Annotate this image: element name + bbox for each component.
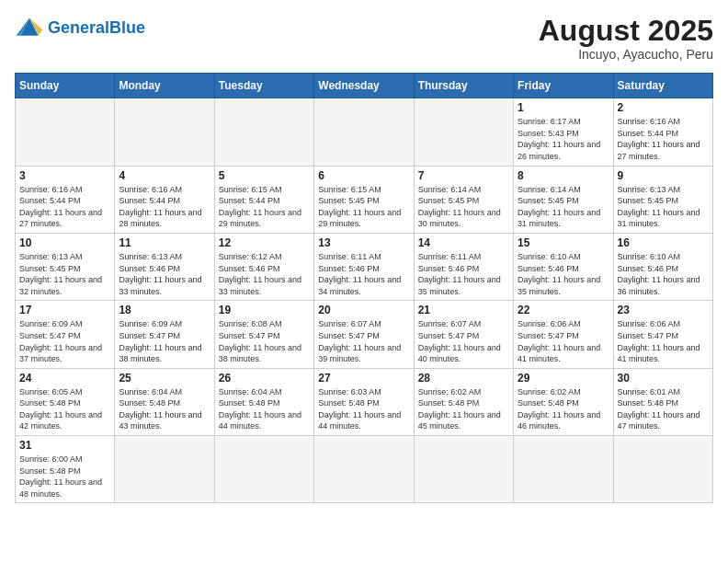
day-info: Sunrise: 6:16 AM Sunset: 5:44 PM Dayligh… bbox=[618, 116, 709, 162]
calendar-cell: 31Sunrise: 6:00 AM Sunset: 5:48 PM Dayli… bbox=[16, 436, 115, 503]
day-number: 8 bbox=[518, 169, 609, 182]
day-info: Sunrise: 6:08 AM Sunset: 5:47 PM Dayligh… bbox=[219, 318, 310, 364]
calendar-cell: 28Sunrise: 6:02 AM Sunset: 5:48 PM Dayli… bbox=[414, 368, 513, 435]
calendar-cell bbox=[314, 98, 414, 166]
week-row-0: 1Sunrise: 6:17 AM Sunset: 5:43 PM Daylig… bbox=[16, 98, 713, 166]
day-number: 29 bbox=[518, 372, 609, 385]
day-info: Sunrise: 6:11 AM Sunset: 5:46 PM Dayligh… bbox=[418, 251, 509, 297]
day-number: 30 bbox=[618, 372, 709, 385]
day-number: 27 bbox=[318, 372, 409, 385]
day-number: 18 bbox=[119, 304, 210, 316]
calendar-cell: 6Sunrise: 6:15 AM Sunset: 5:45 PM Daylig… bbox=[314, 166, 414, 233]
week-row-3: 17Sunrise: 6:09 AM Sunset: 5:47 PM Dayli… bbox=[16, 301, 713, 368]
day-info: Sunrise: 6:15 AM Sunset: 5:44 PM Dayligh… bbox=[219, 184, 310, 230]
day-number: 9 bbox=[618, 169, 709, 182]
day-info: Sunrise: 6:04 AM Sunset: 5:48 PM Dayligh… bbox=[119, 386, 210, 432]
calendar-cell bbox=[414, 436, 513, 503]
day-info: Sunrise: 6:02 AM Sunset: 5:48 PM Dayligh… bbox=[418, 386, 509, 432]
calendar-cell: 7Sunrise: 6:14 AM Sunset: 5:45 PM Daylig… bbox=[414, 166, 513, 233]
day-info: Sunrise: 6:05 AM Sunset: 5:48 PM Dayligh… bbox=[19, 386, 110, 432]
week-row-2: 10Sunrise: 6:13 AM Sunset: 5:45 PM Dayli… bbox=[16, 233, 713, 300]
calendar-cell: 14Sunrise: 6:11 AM Sunset: 5:46 PM Dayli… bbox=[414, 233, 513, 300]
header: GeneralBlue August 2025 Incuyo, Ayacucho… bbox=[15, 15, 713, 62]
day-number: 20 bbox=[318, 304, 409, 316]
calendar-cell: 8Sunrise: 6:14 AM Sunset: 5:45 PM Daylig… bbox=[514, 166, 613, 233]
day-info: Sunrise: 6:01 AM Sunset: 5:48 PM Dayligh… bbox=[618, 386, 709, 432]
calendar-cell: 25Sunrise: 6:04 AM Sunset: 5:48 PM Dayli… bbox=[115, 368, 214, 435]
logo-text: GeneralBlue bbox=[48, 19, 145, 36]
calendar-cell: 19Sunrise: 6:08 AM Sunset: 5:47 PM Dayli… bbox=[214, 301, 313, 368]
day-info: Sunrise: 6:14 AM Sunset: 5:45 PM Dayligh… bbox=[418, 184, 509, 230]
weekday-header-row: SundayMondayTuesdayWednesdayThursdayFrid… bbox=[16, 74, 713, 98]
day-info: Sunrise: 6:09 AM Sunset: 5:47 PM Dayligh… bbox=[19, 318, 110, 364]
day-number: 17 bbox=[19, 304, 110, 316]
calendar-cell: 9Sunrise: 6:13 AM Sunset: 5:45 PM Daylig… bbox=[613, 166, 712, 233]
day-info: Sunrise: 6:06 AM Sunset: 5:47 PM Dayligh… bbox=[618, 318, 709, 364]
day-info: Sunrise: 6:17 AM Sunset: 5:43 PM Dayligh… bbox=[518, 116, 609, 162]
calendar-cell bbox=[314, 436, 414, 503]
day-number: 15 bbox=[518, 236, 609, 249]
calendar-cell: 1Sunrise: 6:17 AM Sunset: 5:43 PM Daylig… bbox=[514, 98, 613, 166]
day-number: 3 bbox=[19, 169, 110, 182]
day-number: 11 bbox=[119, 236, 210, 249]
day-info: Sunrise: 6:09 AM Sunset: 5:47 PM Dayligh… bbox=[119, 318, 210, 364]
weekday-header-monday: Monday bbox=[115, 74, 214, 98]
day-number: 13 bbox=[318, 236, 409, 249]
day-number: 23 bbox=[618, 304, 709, 316]
day-number: 10 bbox=[19, 236, 110, 249]
weekday-header-sunday: Sunday bbox=[16, 74, 115, 98]
subtitle: Incuyo, Ayacucho, Peru bbox=[539, 47, 713, 62]
weekday-header-tuesday: Tuesday bbox=[214, 74, 313, 98]
calendar-cell: 13Sunrise: 6:11 AM Sunset: 5:46 PM Dayli… bbox=[314, 233, 414, 300]
logo: GeneralBlue bbox=[15, 15, 145, 40]
calendar-cell bbox=[115, 98, 214, 166]
day-number: 4 bbox=[119, 169, 210, 182]
calendar-cell: 22Sunrise: 6:06 AM Sunset: 5:47 PM Dayli… bbox=[514, 301, 613, 368]
day-number: 6 bbox=[318, 169, 409, 182]
calendar-cell: 21Sunrise: 6:07 AM Sunset: 5:47 PM Dayli… bbox=[414, 301, 513, 368]
day-info: Sunrise: 6:02 AM Sunset: 5:48 PM Dayligh… bbox=[518, 386, 609, 432]
weekday-header-thursday: Thursday bbox=[414, 74, 513, 98]
day-info: Sunrise: 6:10 AM Sunset: 5:46 PM Dayligh… bbox=[618, 251, 709, 297]
day-number: 19 bbox=[219, 304, 310, 316]
day-info: Sunrise: 6:04 AM Sunset: 5:48 PM Dayligh… bbox=[219, 386, 310, 432]
logo-icon bbox=[15, 15, 44, 40]
month-title: August 2025 bbox=[539, 15, 713, 47]
day-number: 21 bbox=[418, 304, 509, 316]
day-info: Sunrise: 6:07 AM Sunset: 5:47 PM Dayligh… bbox=[418, 318, 509, 364]
day-info: Sunrise: 6:07 AM Sunset: 5:47 PM Dayligh… bbox=[318, 318, 409, 364]
day-number: 28 bbox=[418, 372, 509, 385]
calendar-cell bbox=[514, 436, 613, 503]
calendar-cell: 16Sunrise: 6:10 AM Sunset: 5:46 PM Dayli… bbox=[613, 233, 712, 300]
week-row-4: 24Sunrise: 6:05 AM Sunset: 5:48 PM Dayli… bbox=[16, 368, 713, 435]
day-info: Sunrise: 6:13 AM Sunset: 5:45 PM Dayligh… bbox=[19, 251, 110, 297]
calendar-cell: 10Sunrise: 6:13 AM Sunset: 5:45 PM Dayli… bbox=[16, 233, 115, 300]
day-number: 16 bbox=[618, 236, 709, 249]
calendar-cell: 15Sunrise: 6:10 AM Sunset: 5:46 PM Dayli… bbox=[514, 233, 613, 300]
day-number: 5 bbox=[219, 169, 310, 182]
calendar-cell: 2Sunrise: 6:16 AM Sunset: 5:44 PM Daylig… bbox=[613, 98, 712, 166]
title-area: August 2025 Incuyo, Ayacucho, Peru bbox=[539, 15, 713, 62]
day-info: Sunrise: 6:13 AM Sunset: 5:45 PM Dayligh… bbox=[618, 184, 709, 230]
week-row-1: 3Sunrise: 6:16 AM Sunset: 5:44 PM Daylig… bbox=[16, 166, 713, 233]
day-info: Sunrise: 6:10 AM Sunset: 5:46 PM Dayligh… bbox=[518, 251, 609, 297]
logo-blue: Blue bbox=[109, 18, 145, 37]
calendar-cell: 18Sunrise: 6:09 AM Sunset: 5:47 PM Dayli… bbox=[115, 301, 214, 368]
day-info: Sunrise: 6:03 AM Sunset: 5:48 PM Dayligh… bbox=[318, 386, 409, 432]
day-info: Sunrise: 6:00 AM Sunset: 5:48 PM Dayligh… bbox=[19, 454, 110, 500]
calendar-cell: 23Sunrise: 6:06 AM Sunset: 5:47 PM Dayli… bbox=[613, 301, 712, 368]
day-number: 2 bbox=[618, 101, 709, 114]
calendar-cell: 24Sunrise: 6:05 AM Sunset: 5:48 PM Dayli… bbox=[16, 368, 115, 435]
calendar-cell bbox=[115, 436, 214, 503]
day-info: Sunrise: 6:16 AM Sunset: 5:44 PM Dayligh… bbox=[19, 184, 110, 230]
logo-general: General bbox=[48, 18, 109, 37]
day-number: 12 bbox=[219, 236, 310, 249]
weekday-header-wednesday: Wednesday bbox=[314, 74, 414, 98]
day-info: Sunrise: 6:06 AM Sunset: 5:47 PM Dayligh… bbox=[518, 318, 609, 364]
day-number: 22 bbox=[518, 304, 609, 316]
calendar-cell: 3Sunrise: 6:16 AM Sunset: 5:44 PM Daylig… bbox=[16, 166, 115, 233]
day-number: 1 bbox=[518, 101, 609, 114]
weekday-header-saturday: Saturday bbox=[613, 74, 712, 98]
day-info: Sunrise: 6:11 AM Sunset: 5:46 PM Dayligh… bbox=[318, 251, 409, 297]
calendar-cell bbox=[214, 436, 313, 503]
